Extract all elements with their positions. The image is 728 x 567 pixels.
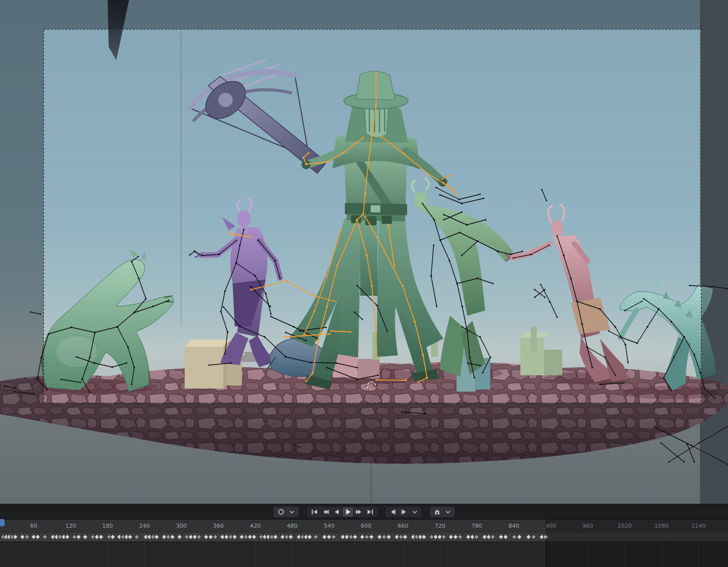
frame-label: 840 [509, 523, 519, 529]
frame-label: 420 [250, 523, 261, 529]
frame-label: 900 [545, 523, 556, 529]
keyframe-diamond[interactable] [76, 534, 81, 539]
previous-keyframe-button[interactable] [320, 507, 331, 517]
keyframe-diamond[interactable] [543, 534, 548, 539]
keyframe-diamond[interactable] [232, 534, 237, 539]
auto-key-group [273, 506, 299, 518]
keyframe-diamond[interactable] [98, 534, 104, 539]
channel-gridline [218, 542, 219, 567]
next-frame-icon [400, 508, 408, 516]
jump-to-start-icon [311, 508, 318, 516]
frame-label: 1140 [691, 523, 706, 529]
chevron-down-icon [445, 508, 451, 516]
keyframe-diamond[interactable] [134, 534, 139, 539]
keyframe-diamond[interactable] [457, 534, 463, 539]
play-reverse-button[interactable] [332, 507, 342, 517]
keyframe-diamond[interactable] [64, 534, 70, 539]
keyframe-diamond[interactable] [331, 534, 336, 539]
next-frame-button[interactable] [399, 507, 409, 517]
keyframe-diamond[interactable] [24, 534, 30, 539]
channel-gridline [70, 542, 71, 567]
keyframe-diamond[interactable] [288, 534, 293, 539]
keyframe-diamond[interactable] [177, 534, 182, 539]
keyframe-diamond[interactable] [490, 534, 495, 539]
keyframe-diamond[interactable] [503, 534, 508, 539]
keyframe-diamond[interactable] [272, 534, 278, 539]
previous-frame-icon [389, 508, 396, 516]
keyframe-diamond[interactable] [516, 534, 522, 539]
channel-gridline [477, 542, 478, 567]
keyframe-diamond[interactable] [251, 534, 257, 539]
keyframe-summary-row[interactable] [0, 532, 728, 542]
frame-label: 780 [471, 523, 482, 529]
keyframe-diamond[interactable] [531, 534, 536, 539]
frame-label: 720 [435, 523, 445, 529]
channel-gridline [403, 542, 404, 567]
jump-to-end-icon [367, 508, 374, 516]
chevron-down-icon [289, 508, 295, 516]
hat-crown [356, 71, 395, 100]
frame-label: 300 [176, 523, 187, 529]
channel-gridline [292, 542, 293, 567]
keyframe-diamond[interactable] [352, 534, 358, 539]
magnet-icon [434, 508, 441, 516]
frame-label: 360 [213, 523, 224, 529]
channel-gridline [182, 542, 182, 567]
jump-to-start-button[interactable] [309, 507, 319, 517]
frame-step-dropdown[interactable] [410, 507, 419, 517]
frame-label: 600 [361, 523, 371, 529]
chevron-down-icon [412, 508, 418, 516]
frame-label: 660 [398, 523, 409, 529]
previous-keyframe-icon [322, 508, 329, 516]
play-icon [344, 508, 352, 516]
keyframe-diamond[interactable] [402, 534, 408, 539]
keyframe-diamond[interactable] [154, 534, 159, 539]
frame-label: 960 [583, 523, 593, 529]
channel-gridline [514, 542, 514, 567]
playback-buttons [307, 507, 378, 517]
channel-gridline [108, 542, 108, 567]
viewport-scene[interactable] [0, 0, 728, 504]
post-3[interactable] [531, 326, 537, 353]
frame-label: 180 [102, 523, 113, 529]
keyframe-diamond[interactable] [35, 534, 40, 539]
previous-frame-button[interactable] [388, 507, 398, 517]
channel-gridline [144, 542, 145, 567]
keyframe-diamond[interactable] [473, 534, 479, 539]
frame-step-group [386, 507, 421, 517]
frame-label: 1020 [617, 523, 632, 529]
keyframe-diamond[interactable] [169, 534, 175, 539]
auto-keying-dropdown[interactable] [287, 507, 296, 517]
keyframe-diamond[interactable] [212, 534, 218, 539]
frame-label: 1080 [655, 523, 669, 529]
keyframe-diamond[interactable] [110, 534, 115, 539]
keyframe-diamond[interactable] [368, 534, 374, 539]
keyframe-diamond[interactable] [313, 534, 318, 539]
keyframe-diamond[interactable] [386, 534, 391, 539]
timeline-ruler[interactable]: 6012018024030036042048054060066072078084… [0, 519, 728, 532]
keyframe-diamond[interactable] [127, 534, 133, 539]
snapping-group [430, 506, 455, 518]
keyframe-diamond[interactable] [42, 534, 47, 539]
channel-gridline [698, 542, 699, 567]
channel-gridline [34, 542, 34, 567]
keyframe-diamond[interactable] [196, 534, 202, 539]
snapping-toggle-button[interactable] [432, 507, 442, 517]
playhead[interactable] [0, 519, 5, 526]
timeline-channels[interactable] [0, 542, 728, 567]
keyframe-diamond[interactable] [307, 534, 312, 539]
keyframe-diamond[interactable] [82, 534, 88, 539]
viewport-3d[interactable] [0, 0, 728, 504]
channel-gridline [329, 542, 330, 567]
keyframe-diamond[interactable] [421, 534, 426, 539]
channel-gridline [662, 542, 662, 567]
next-keyframe-button[interactable] [354, 507, 364, 517]
crate-sage-2[interactable] [544, 350, 562, 375]
play-button[interactable] [343, 507, 353, 517]
auto-keying-button[interactable] [276, 507, 286, 517]
snapping-dropdown[interactable] [443, 507, 453, 517]
keyframe-diamond[interactable] [441, 534, 446, 539]
jump-to-end-button[interactable] [365, 507, 375, 517]
frame-label: 540 [324, 523, 335, 529]
auto-keying-icon [278, 508, 285, 516]
